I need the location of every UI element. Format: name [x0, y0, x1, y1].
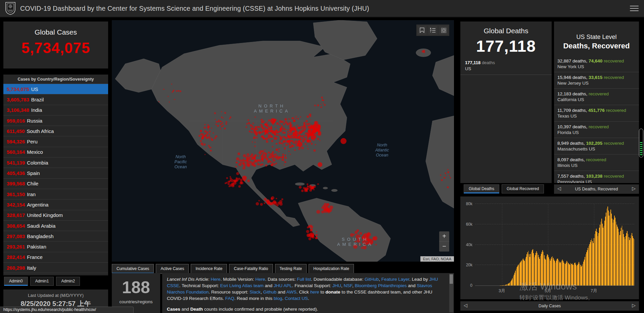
cases-list-header: Cases by Country/Region/Sovereignty: [3, 75, 108, 84]
country-case-row[interactable]: 297,083Bangladesh: [3, 231, 108, 241]
carousel-left-icon[interactable]: ◁: [557, 186, 561, 191]
state-row[interactable]: 15,946 deaths, 33,615 recoveredNew Jerse…: [554, 72, 639, 89]
info-link[interactable]: Feature Layer: [381, 277, 409, 282]
country-case-row[interactable]: 282,414France: [3, 252, 108, 263]
info-link[interactable]: Here: [211, 277, 221, 282]
country-case-row[interactable]: 293,261Pakistan: [3, 241, 108, 252]
info-link[interactable]: Slack: [249, 289, 261, 295]
y-axis-tick: 60k: [466, 222, 472, 227]
map-tab-testing-rate[interactable]: Testing Rate: [275, 264, 307, 274]
state-row[interactable]: 8,949 deaths, 102,205 recoveredMassachus…: [554, 138, 639, 154]
country-case-row[interactable]: 260,298Italy: [3, 263, 108, 273]
country-case-row[interactable]: 959,016Russia: [3, 116, 108, 126]
info-link[interactable]: JHU APL: [274, 283, 292, 288]
state-place: California US: [557, 97, 638, 102]
info-text: and: [180, 307, 190, 312]
country-name: Italy: [27, 265, 36, 271]
map-tab-case-fatality-ratio[interactable]: Case-Fatality Ratio: [229, 264, 273, 274]
tab-global-recovered[interactable]: Global Recovered: [502, 184, 544, 193]
info-link[interactable]: Full list: [297, 277, 311, 282]
case-count: 308,654: [7, 223, 25, 229]
carousel-right-icon[interactable]: ▷: [632, 303, 636, 308]
info-text: . Lead by: [409, 277, 429, 282]
state-row[interactable]: 12,183 deaths, recoveredCalifornia US: [554, 89, 639, 105]
state-stats: 12,183 deaths, recovered: [557, 91, 638, 97]
page-scrollbar[interactable]: [639, 129, 643, 158]
global-cases-count: 5,734,075: [3, 40, 108, 56]
info-text: .: [282, 296, 285, 301]
info-link[interactable]: Bloomberg Philanthropies: [355, 283, 407, 288]
app-header: COVID-19 Dashboard by the Center for Sys…: [0, 0, 644, 17]
y-axis-tick: 20k: [466, 263, 472, 267]
info-link[interactable]: AWS: [286, 289, 296, 295]
tab-global-deaths[interactable]: Global Deaths: [464, 184, 499, 193]
country-case-row[interactable]: 361,150Iran: [3, 189, 108, 199]
info-link[interactable]: blog: [274, 296, 282, 301]
case-count: 3,106,348: [7, 107, 29, 113]
hamburger-menu-icon[interactable]: [630, 5, 639, 12]
info-link[interactable]: GitHub: [365, 277, 379, 282]
map-tab-incidence-rate[interactable]: Incidence Rate: [191, 264, 227, 274]
info-link[interactable]: NSF: [344, 283, 353, 288]
info-text: . Mobile Version:: [221, 277, 256, 282]
map-tab-cumulative-cases[interactable]: Cumulative Cases: [112, 264, 154, 274]
info-scrollbar[interactable]: [449, 274, 453, 312]
country-case-row[interactable]: 399,568Chile: [3, 179, 108, 189]
zoom-out-button[interactable]: −: [439, 241, 449, 252]
state-row[interactable]: 11,709 deaths, 451,776 recoveredTexas US: [554, 105, 639, 122]
country-case-row[interactable]: 5,734,075US: [3, 84, 108, 94]
basemap-grid-icon[interactable]: [439, 26, 448, 35]
country-case-row[interactable]: 328,617United Kingdom: [3, 210, 108, 221]
legend-list-icon[interactable]: [428, 26, 437, 35]
country-case-row[interactable]: 308,654Saudi Arabia: [3, 221, 108, 231]
info-text: .: [308, 296, 309, 301]
chart-carousel: ◁ Daily Cases ▷: [460, 301, 639, 311]
case-count: 399,568: [7, 181, 25, 186]
info-text: ,: [379, 277, 381, 282]
tab-admin1[interactable]: Admin1: [30, 277, 54, 286]
info-paragraph-1: Lancet Inf Dis Article: Here. Mobile Ver…: [167, 276, 445, 302]
state-row[interactable]: 32,887 deaths, 74,640 recoveredNew York …: [554, 56, 639, 72]
country-case-row[interactable]: 405,436Spain: [3, 168, 108, 178]
state-row[interactable]: 10,397 deaths, recoveredFlorida US: [554, 122, 639, 138]
country-name: Argentina: [27, 202, 48, 208]
map-tab-active-cases[interactable]: Active Cases: [156, 264, 189, 274]
carousel-left-icon[interactable]: ◁: [464, 303, 467, 308]
info-link[interactable]: here: [310, 289, 319, 295]
cases-country-list: 5,734,075US3,605,783Brazil3,106,348India…: [3, 84, 108, 275]
state-row[interactable]: 8,097 deaths, recoveredIllinois US: [554, 154, 639, 171]
country-case-row[interactable]: 611,450South Africa: [3, 126, 108, 136]
bookmark-icon[interactable]: [418, 26, 426, 35]
state-row[interactable]: 7,557 deaths, 103,238 recoveredPennsylva…: [554, 171, 639, 183]
country-case-row[interactable]: 541,139Colombia: [3, 158, 108, 168]
info-link[interactable]: Contact US: [285, 296, 308, 301]
country-name: Spain: [27, 170, 40, 176]
info-link[interactable]: FAQ: [225, 296, 234, 301]
countries-count: 188: [112, 278, 160, 297]
carousel-right-icon[interactable]: ▷: [632, 186, 636, 191]
daily-cases-bar: [634, 239, 635, 285]
tab-admin0[interactable]: Admin0: [4, 277, 28, 286]
country-case-row[interactable]: 560,164Mexico: [3, 147, 108, 158]
country-case-row[interactable]: 342,154Argentina: [3, 199, 108, 210]
info-link[interactable]: Here: [255, 277, 265, 282]
state-stats: 11,709 deaths, 451,776 recovered: [557, 107, 638, 113]
info-link[interactable]: Esri Living Atlas team: [220, 283, 264, 288]
info-text: ,: [352, 283, 355, 288]
daily-cases-plot: 020k40k60k80k 3月5月7月: [475, 204, 634, 286]
info-text: Article:: [195, 277, 211, 282]
info-link[interactable]: Github: [263, 289, 277, 295]
tab-admin2[interactable]: Admin2: [56, 277, 80, 286]
world-map[interactable]: NORTHAMERICA SOUTHAMERICA NorthPacificOc…: [112, 20, 454, 262]
state-place: Illinois US: [557, 163, 638, 168]
global-deaths-panel: Global Deaths 177,118 177,118 deathsUS: [460, 21, 552, 183]
country-case-row[interactable]: 594,326Peru: [3, 136, 108, 147]
country-case-row[interactable]: 259,692Turkey: [3, 273, 108, 275]
jhu-shield-logo: [5, 2, 15, 15]
map-tab-hospitalization-rate[interactable]: Hospitalization Rate: [309, 264, 354, 274]
info-link[interactable]: JHU: [332, 283, 341, 288]
country-case-row[interactable]: 3,605,783Brazil: [3, 94, 108, 105]
zoom-in-button[interactable]: +: [439, 231, 449, 241]
country-case-row[interactable]: 3,106,348India: [3, 105, 108, 116]
death-entry-row[interactable]: 177,118 deathsUS: [460, 55, 552, 75]
